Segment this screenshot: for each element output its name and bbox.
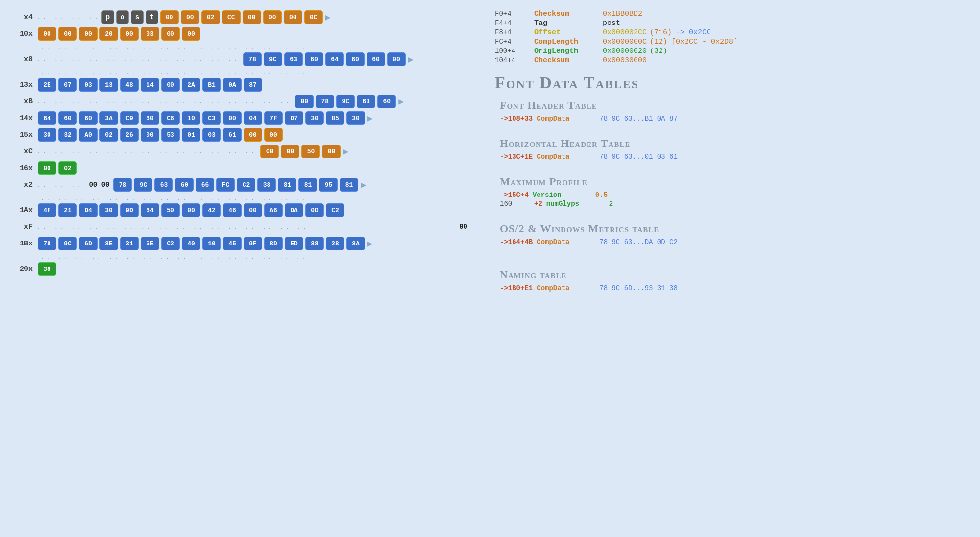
byte-78-4: 78 — [38, 237, 56, 250]
byte-78-3: 78 — [113, 178, 132, 192]
naming-entry: ->1B0 +E1 CompData 78 9C 6D...93 31 38 — [500, 284, 965, 292]
byte-0A: 0A — [223, 78, 242, 92]
byte-88: 88 — [305, 237, 324, 250]
dots-line-2: .. .. .. .. .. .. .. .. .. .. .. .. .. .… — [10, 69, 470, 77]
arrow-x2: ▶ — [361, 179, 366, 190]
byte-63-1: 63 — [284, 52, 303, 66]
os2-addr: ->164 — [500, 238, 520, 246]
entry-value-complength-hex: 0x0000000C — [603, 38, 647, 46]
naming-field: CompData — [537, 284, 595, 292]
byte-78-2: 78 — [316, 95, 334, 108]
entry-value-complength-dec: (12) — [650, 38, 667, 46]
byte-81-1: 81 — [278, 178, 296, 192]
byte-4F: 4F — [38, 203, 56, 217]
byte-B1: B1 — [202, 78, 221, 92]
byte-48: 48 — [120, 78, 139, 92]
byte-01: 01 — [182, 128, 200, 142]
font-header-plus: +33 — [520, 115, 533, 122]
entry-field-complength: CompLength — [534, 38, 603, 46]
byte-9C-3: 9C — [134, 178, 152, 192]
byte-8E: 8E — [99, 237, 118, 250]
byte-02: 02 — [201, 10, 220, 24]
byte-00-21: 00 — [322, 145, 341, 158]
byte-04: 04 — [244, 111, 262, 125]
byte-60-3: 60 — [367, 52, 385, 66]
byte-0C: 0C — [304, 10, 323, 24]
byte-C2-1: C2 — [237, 178, 255, 192]
entry-value-offset-dec: (716) — [650, 28, 672, 37]
byte-64-1: 64 — [325, 52, 344, 66]
entry-value-checksum2: 0x00030000 — [603, 56, 647, 65]
entry-104: 104+4 Checksum 0x00030000 — [495, 56, 965, 65]
byte-00-8: 00 — [79, 27, 98, 41]
hex-row-13x: 13x 2E 07 03 13 48 14 00 2A B1 0A 87 — [10, 77, 470, 92]
max-profile-version-entry: ->15C +4 Version 0.5 — [500, 191, 965, 199]
entry-field-offset: Offset — [534, 28, 603, 37]
byte-20: 20 — [99, 27, 118, 41]
byte-42: 42 — [202, 203, 221, 217]
byte-00-22: 00 — [38, 161, 56, 175]
max-profile-glyphs-entry: 160 +2 numGlyps 2 — [500, 200, 965, 208]
byte-00-5: 00 — [284, 10, 302, 24]
row-label-13x: 13x — [10, 81, 37, 89]
os2-plus: +4B — [520, 238, 533, 246]
byte-8D: 8D — [264, 237, 283, 250]
byte-FC: FC — [216, 178, 235, 192]
inline-text-x2: 00 00 — [89, 181, 109, 189]
byte-60-5: 60 — [58, 111, 77, 125]
byte-00-19: 00 — [260, 145, 279, 158]
byte-p: p — [101, 10, 114, 24]
byte-14: 14 — [141, 78, 159, 92]
byte-60-2: 60 — [346, 52, 365, 66]
max-profile-value-glyphs: 2 — [609, 200, 613, 208]
entry-F4: F4+4 Tag post — [495, 19, 965, 27]
font-header-value: 78 9C 63...B1 0A 87 — [599, 115, 678, 122]
hex-row-xF: xF .. .. .. .. .. .. .. .. .. .. .. .. .… — [10, 220, 470, 234]
byte-00-10: 00 — [161, 27, 180, 41]
entry-F0: F0+4 Checksum 0x1BB0BD2 — [495, 10, 965, 18]
byte-A0: A0 — [79, 128, 98, 142]
byte-00-16: 00 — [141, 128, 159, 142]
hex-row-1Ax: 1Ax 4F 21 D4 30 9D 64 50 00 42 46 00 A6 … — [10, 203, 470, 218]
entry-100: 100+4 OrigLength 0x00000020 (32) — [495, 47, 965, 55]
byte-3A: 3A — [99, 111, 118, 125]
byte-10-1: 10 — [202, 237, 221, 250]
byte-87: 87 — [244, 78, 262, 92]
byte-02-1: 02 — [99, 128, 118, 142]
byte-21: 21 — [58, 203, 77, 217]
row-label-x8: x8 — [10, 55, 37, 64]
byte-6E: 6E — [141, 237, 159, 250]
byte-00-18: 00 — [264, 128, 283, 142]
byte-30-4: 30 — [99, 203, 118, 217]
byte-38: 38 — [257, 178, 276, 192]
byte-2A: 2A — [182, 78, 200, 92]
arrow-1Bx: ▶ — [368, 238, 373, 249]
byte-ED: ED — [285, 237, 303, 250]
byte-64-2: 64 — [38, 111, 56, 125]
byte-DA: DA — [285, 203, 303, 217]
byte-78-1: 78 — [243, 52, 262, 66]
right-panel: F0+4 Checksum 0x1BB0BD2 F4+4 Tag post F8… — [480, 5, 980, 532]
font-header-title: Font Header Table — [500, 99, 965, 112]
os2-title: OS/2 & Windows Metrics table — [500, 222, 965, 235]
dots-line-3: .. .. .. .. .. .. .. .. .. .. .. .. .. .… — [10, 194, 470, 203]
horiz-header-plus: +1E — [520, 153, 533, 161]
byte-81-3: 81 — [340, 178, 358, 192]
byte-46: 46 — [223, 203, 242, 217]
dots-x8: .. .. .. .. .. .. .. .. .. .. .. .. — [37, 56, 239, 63]
byte-13: 13 — [99, 78, 118, 92]
max-profile-plus: +4 — [520, 191, 529, 199]
horiz-header-addr: ->13C — [500, 153, 520, 161]
byte-00-11: 00 — [182, 27, 200, 41]
byte-00-13: 00 — [161, 78, 180, 92]
row-label-1Bx: 1Bx — [10, 240, 37, 248]
byte-85: 85 — [326, 111, 344, 125]
byte-D4: D4 — [79, 203, 98, 217]
byte-31: 31 — [120, 237, 139, 250]
hex-row-xB: xB .. .. .. .. .. .. .. .. .. .. .. .. .… — [10, 94, 470, 109]
os2-entry: ->164 +4B CompData 78 9C 63...DA 0D C2 — [500, 238, 965, 246]
entry-field-checksum1: Checksum — [534, 10, 603, 18]
entry-extra-offset: -> 0x2CC — [676, 28, 711, 37]
hex-row-15x: 15x 30 32 A0 02 26 00 53 01 03 61 00 00 — [10, 127, 470, 142]
byte-7F: 7F — [264, 111, 283, 125]
